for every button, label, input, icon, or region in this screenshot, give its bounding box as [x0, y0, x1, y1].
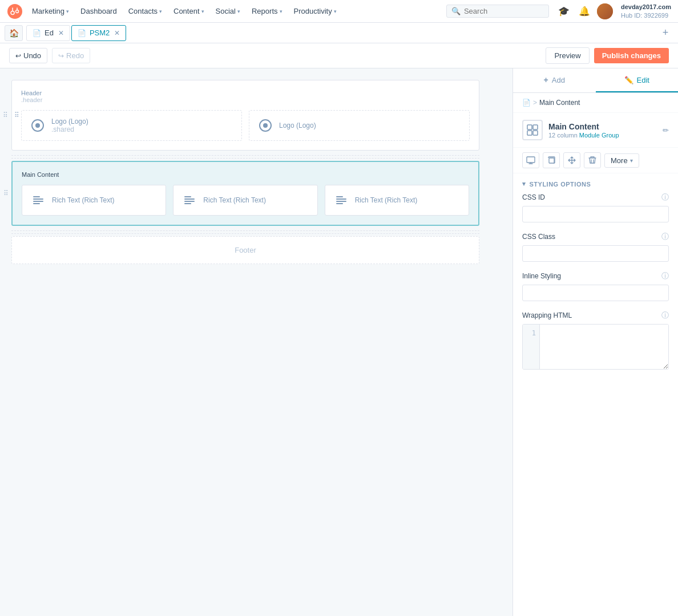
more-button[interactable]: More ▾: [604, 153, 639, 168]
svg-rect-5: [184, 196, 191, 197]
svg-rect-18: [549, 158, 554, 163]
search-icon: 🔍: [451, 7, 461, 15]
styling-options-header[interactable]: ▾ STYLING OPTIONS: [522, 173, 669, 192]
module-block-2[interactable]: Rich Text (Rich Text): [173, 185, 317, 216]
move-button[interactable]: [563, 152, 580, 168]
logo-1-text: Logo (Logo) .shared: [51, 117, 88, 133]
hubspot-logo[interactable]: [7, 3, 23, 19]
footer-label: Footer: [235, 246, 256, 254]
plus-icon: +: [544, 75, 548, 84]
desktop-view-button[interactable]: [522, 152, 539, 168]
svg-rect-12: [336, 203, 343, 204]
css-class-help-icon[interactable]: ⓘ: [661, 232, 669, 242]
rich-text-icon-1: [30, 192, 46, 208]
module-row: Rich Text (Rich Text) Rich Text (Rich Te…: [22, 185, 469, 216]
search-input[interactable]: [464, 7, 544, 15]
css-id-help-icon[interactable]: ⓘ: [661, 192, 669, 202]
chevron-down-icon: ▾: [280, 9, 282, 14]
delete-button[interactable]: [584, 152, 601, 168]
nav-marketing[interactable]: Marketing ▾: [27, 5, 74, 18]
svg-point-0: [7, 4, 22, 19]
tab-psm2-close[interactable]: ✕: [114, 29, 120, 37]
tab-psm2[interactable]: 📄 PSM2 ✕: [71, 25, 126, 41]
drag-handle-icon[interactable]: ⠿: [3, 189, 9, 197]
code-content[interactable]: [540, 325, 668, 369]
inline-styling-help-icon[interactable]: ⓘ: [661, 271, 669, 281]
redo-icon: ↪: [58, 52, 64, 60]
wrapping-html-editor[interactable]: 1: [522, 324, 669, 370]
breadcrumb-current[interactable]: Main Content: [539, 99, 580, 107]
add-tab-button[interactable]: +: [657, 25, 673, 41]
svg-rect-9: [336, 196, 343, 197]
nav-social-label: Social: [216, 7, 236, 15]
duplicate-button[interactable]: [543, 152, 560, 168]
nav-social[interactable]: Social ▾: [211, 5, 245, 18]
svg-rect-17: [527, 157, 535, 163]
wrapping-html-help-icon[interactable]: ⓘ: [661, 310, 669, 321]
redo-button[interactable]: ↪ Redo: [52, 48, 90, 63]
main-content-section[interactable]: ⠿ Main Content R: [11, 161, 479, 226]
logo-block-2[interactable]: ⠿ Logo (Logo): [249, 110, 470, 141]
styling-label: STYLING OPTIONS: [530, 181, 591, 188]
chevron-down-icon: ▾: [237, 9, 240, 14]
academy-icon[interactable]: 🎓: [556, 3, 572, 19]
tab-ed-close[interactable]: ✕: [58, 29, 64, 37]
breadcrumb-separator: >: [533, 99, 537, 107]
nav-dashboard[interactable]: Dashboard: [76, 5, 122, 18]
avatar[interactable]: [597, 3, 613, 19]
publish-button[interactable]: Publish changes: [594, 48, 669, 63]
module-type: Module Group: [579, 132, 619, 139]
tab-bar: 🏠 📄 Ed ✕ 📄 PSM2 ✕ +: [0, 23, 678, 43]
svg-rect-15: [527, 131, 532, 135]
chevron-down-icon: ▾: [522, 180, 526, 188]
tab-ed-label: Ed: [45, 29, 54, 37]
file-icon: 📄: [33, 29, 41, 37]
nav-contacts-label: Contacts: [128, 7, 158, 15]
nav-contacts[interactable]: Contacts ▾: [124, 5, 167, 18]
nav-content[interactable]: Content ▾: [169, 5, 209, 18]
tab-edit[interactable]: ✏️ Edit: [596, 68, 679, 92]
module-group-icon: [522, 120, 543, 140]
logo-1-label: Logo (Logo): [51, 117, 88, 125]
chevron-down-icon: ▾: [630, 157, 633, 164]
tab-ed[interactable]: 📄 Ed ✕: [26, 25, 70, 41]
svg-rect-10: [336, 198, 346, 200]
header-section[interactable]: ⠿ Header .header ⠿ Logo (Logo): [11, 80, 479, 151]
css-class-input[interactable]: [522, 245, 669, 262]
styling-options: ▾ STYLING OPTIONS CSS ID ⓘ CSS Class ⓘ: [513, 173, 678, 388]
drag-handle-icon[interactable]: ⠿: [3, 111, 8, 119]
code-line-number: 1: [523, 325, 540, 369]
drag-handle-icon[interactable]: ⠿: [14, 111, 19, 119]
tab-add[interactable]: + Add: [513, 68, 596, 92]
wrapping-html-group: Wrapping HTML ⓘ 1: [522, 310, 669, 370]
module-block-3[interactable]: Rich Text (Rich Text): [325, 185, 469, 216]
section-divider: [11, 155, 479, 159]
inline-styling-label: Inline Styling ⓘ: [522, 271, 669, 281]
svg-rect-1: [33, 196, 40, 197]
logo-block-1[interactable]: ⠿ Logo (Logo) .shared: [21, 110, 242, 141]
preview-button[interactable]: Preview: [546, 47, 589, 64]
logo-row: ⠿ Logo (Logo) .shared ⠿: [21, 110, 470, 141]
hub-id: Hub ID: 3922699: [621, 11, 671, 19]
edit-pencil-icon[interactable]: ✏: [663, 126, 669, 135]
logo-1-sublabel: .shared: [51, 125, 88, 133]
tab-edit-label: Edit: [637, 76, 649, 84]
top-nav: Marketing ▾ Dashboard Contacts ▾ Content…: [0, 0, 678, 23]
home-tab[interactable]: 🏠: [5, 25, 23, 41]
undo-button[interactable]: ↩ Undo: [9, 48, 47, 63]
file-icon: 📄: [78, 29, 86, 37]
nav-productivity[interactable]: Productivity ▾: [289, 5, 341, 18]
account-info: devday2017.com Hub ID: 3922699: [621, 3, 671, 19]
module-block-1[interactable]: Rich Text (Rich Text): [22, 185, 166, 216]
inline-styling-input[interactable]: [522, 285, 669, 301]
css-id-label-text: CSS ID: [522, 193, 545, 201]
nav-reports[interactable]: Reports ▾: [247, 5, 287, 18]
redo-label: Redo: [66, 51, 84, 60]
css-id-input[interactable]: [522, 206, 669, 222]
canvas: ⠿ Header .header ⠿ Logo (Logo): [0, 68, 512, 616]
rich-text-icon-3: [333, 192, 349, 208]
module-subtitle: 12 column Module Group: [548, 132, 619, 139]
svg-rect-13: [527, 125, 532, 129]
module-header: Main Content 12 column Module Group ✏: [513, 113, 678, 148]
notifications-icon[interactable]: 🔔: [576, 3, 592, 19]
